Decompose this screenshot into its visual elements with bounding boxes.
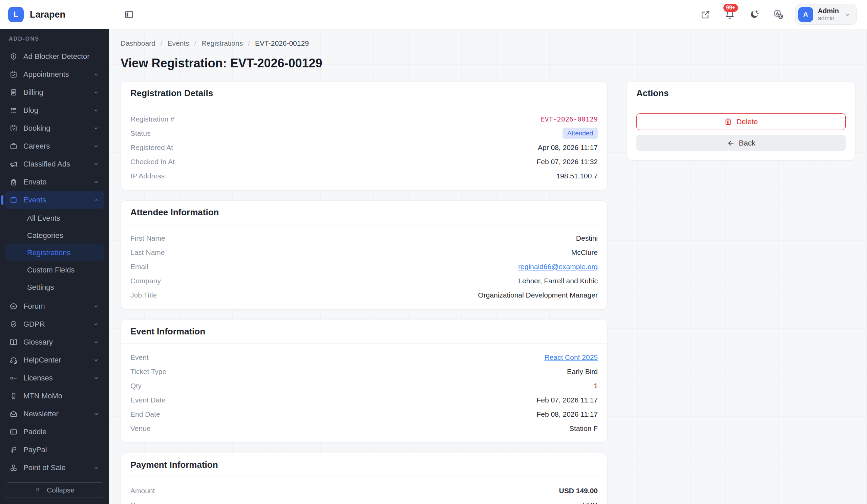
- topbar: 99+ A Admin admin: [109, 0, 867, 29]
- sidebar-item-blog[interactable]: Blog: [5, 101, 104, 119]
- trash-icon: [724, 118, 732, 126]
- sidebar-item-billing[interactable]: Billing: [5, 83, 104, 101]
- sidebar-item-classified-ads[interactable]: Classified Ads: [5, 155, 104, 173]
- sidebar-nav: ADD-ONS Ad Blocker DetectorAppointmentsB…: [0, 29, 109, 504]
- notifications-button[interactable]: 99+: [722, 7, 738, 22]
- language-button[interactable]: [771, 7, 786, 22]
- detail-row-qty: Qty1: [130, 379, 598, 393]
- sidebar-item-mtn-momo[interactable]: MTN MoMo: [5, 387, 104, 405]
- sidebar-item-custom-fields[interactable]: Custom Fields: [5, 261, 104, 278]
- card-body: AmountUSD 149.00CurrencyUSD: [121, 477, 607, 504]
- sidebar-item-forum[interactable]: Forum: [5, 297, 104, 315]
- panel-left-icon: [124, 10, 134, 20]
- sidebar-item-booking[interactable]: Booking: [5, 119, 104, 137]
- row-value: Lehner, Farrell and Kuhic: [518, 277, 598, 285]
- chevron-up-icon: [93, 197, 99, 204]
- megaphone-icon: [10, 160, 18, 168]
- moon-stars-icon: [749, 10, 759, 20]
- chevron-down-icon: [93, 339, 99, 346]
- collapse-button[interactable]: Collapse: [5, 482, 104, 498]
- brand-name: Larapen: [30, 10, 65, 20]
- detail-row-status: StatusAttended: [130, 126, 598, 141]
- sidebar-item-settings[interactable]: Settings: [5, 278, 104, 296]
- two-column-layout: Registration DetailsRegistration #EVT-20…: [120, 81, 856, 504]
- detail-row-ticket-type: Ticket TypeEarly Bird: [130, 364, 598, 379]
- sidebar-item-events[interactable]: Events: [5, 191, 104, 209]
- avatar: A: [798, 7, 813, 22]
- paypal-icon: [10, 446, 18, 454]
- delete-button[interactable]: Delete: [636, 113, 846, 130]
- detail-row-company: CompanyLehner, Farrell and Kuhic: [130, 274, 598, 288]
- sidebar-item-label: Billing: [23, 88, 87, 97]
- breadcrumb-events[interactable]: Events: [168, 39, 189, 47]
- sidebar-items: Ad Blocker DetectorAppointmentsBillingBl…: [5, 47, 104, 476]
- sidebar-item-label: Glossary: [23, 338, 87, 347]
- row-value-link[interactable]: reginald66@example.org: [518, 263, 598, 271]
- sidebar-item-paddle[interactable]: Paddle: [5, 423, 104, 441]
- sidebar-item-licenses[interactable]: Licenses: [5, 369, 104, 387]
- actions-card: Actions Delete Back: [627, 81, 856, 161]
- row-label: First Name: [130, 234, 165, 242]
- sidebar-item-appointments[interactable]: Appointments: [5, 65, 104, 83]
- sidebar-toggle-button[interactable]: [121, 7, 137, 22]
- chevron-down-icon: [93, 89, 99, 96]
- actions-card-title: Actions: [636, 88, 846, 99]
- sidebar-item-all-events[interactable]: All Events: [5, 209, 104, 227]
- sidebar-collapse-wrap: Collapse: [5, 478, 104, 498]
- sidebar-item-newsletter[interactable]: Newsletter: [5, 405, 104, 423]
- row-label: Job Title: [130, 291, 157, 299]
- chat-icon: [10, 302, 18, 310]
- active-indicator-bar: [1, 195, 3, 205]
- detail-row-ip-address: IP Address198.51.100.7: [130, 169, 598, 183]
- sidebar-item-label: HelpCenter: [23, 356, 87, 364]
- row-label: Status: [130, 129, 151, 138]
- detail-row-event: EventReact Conf 2025: [130, 350, 598, 364]
- sidebar-item-glossary[interactable]: Glossary: [5, 333, 104, 351]
- row-value: Apr 08, 2026 11:17: [538, 143, 598, 152]
- sidebar-item-helpcenter[interactable]: HelpCenter: [5, 351, 104, 369]
- detail-row-last-name: Last NameMcClure: [130, 245, 598, 260]
- mail-icon: [10, 410, 18, 418]
- app-root: L Larapen ADD-ONS Ad Blocker DetectorApp…: [0, 0, 867, 504]
- brand-home-link[interactable]: L Larapen: [0, 0, 109, 29]
- detail-row-amount: AmountUSD 149.00: [130, 484, 598, 498]
- chevron-down-icon: [93, 143, 99, 150]
- back-button[interactable]: Back: [636, 135, 846, 151]
- sidebar-item-ad-blocker-detector[interactable]: Ad Blocker Detector: [5, 47, 104, 65]
- notebook-icon: [10, 106, 18, 114]
- chevron-down-icon: [93, 71, 99, 78]
- sidebar-item-label: MTN MoMo: [23, 392, 99, 401]
- row-value-link[interactable]: React Conf 2025: [544, 353, 598, 362]
- sidebar-item-label: Events: [23, 196, 87, 205]
- breadcrumb-evt-2026-00129: EVT-2026-00129: [255, 39, 309, 47]
- card-header: Attendee Information: [121, 201, 607, 224]
- row-label: Amount: [130, 487, 155, 495]
- sidebar-item-careers[interactable]: Careers: [5, 137, 104, 155]
- sidebar-item-label: Forum: [23, 302, 87, 311]
- open-site-button[interactable]: [698, 7, 713, 22]
- sidebar-item-label: Point of Sale: [23, 463, 87, 472]
- sidebar-item-paypal[interactable]: PayPal: [5, 441, 104, 459]
- sidebar-item-envato[interactable]: Envato: [5, 173, 104, 191]
- actions-card-body: Delete Back: [627, 105, 855, 160]
- dark-mode-toggle[interactable]: [747, 7, 762, 22]
- row-value: Feb 07, 2026 11:32: [536, 158, 598, 166]
- chevron-down-icon: [93, 375, 99, 382]
- sidebar-item-categories[interactable]: Categories: [5, 227, 104, 244]
- row-label: End Date: [130, 410, 160, 418]
- translate-icon: [773, 10, 784, 20]
- user-menu[interactable]: A Admin admin: [795, 4, 857, 25]
- smartphone-icon: [10, 392, 18, 400]
- breadcrumb-registrations[interactable]: Registrations: [202, 39, 243, 47]
- actions-card-header: Actions: [627, 81, 855, 105]
- sidebar-item-point-of-sale[interactable]: Point of Sale: [5, 459, 104, 476]
- topbar-right: 99+ A Admin admin: [698, 4, 857, 25]
- key-icon: [10, 374, 18, 382]
- sidebar-item-gdpr[interactable]: GDPR: [5, 315, 104, 333]
- sidebar-item-registrations[interactable]: Registrations: [5, 244, 104, 261]
- breadcrumb-dashboard[interactable]: Dashboard: [120, 39, 156, 47]
- chevron-down-icon: [93, 357, 99, 363]
- calendar-check-icon: [10, 124, 18, 132]
- card-body: First NameDestiniLast NameMcClureEmailre…: [121, 224, 607, 309]
- row-label: Event Date: [130, 396, 165, 404]
